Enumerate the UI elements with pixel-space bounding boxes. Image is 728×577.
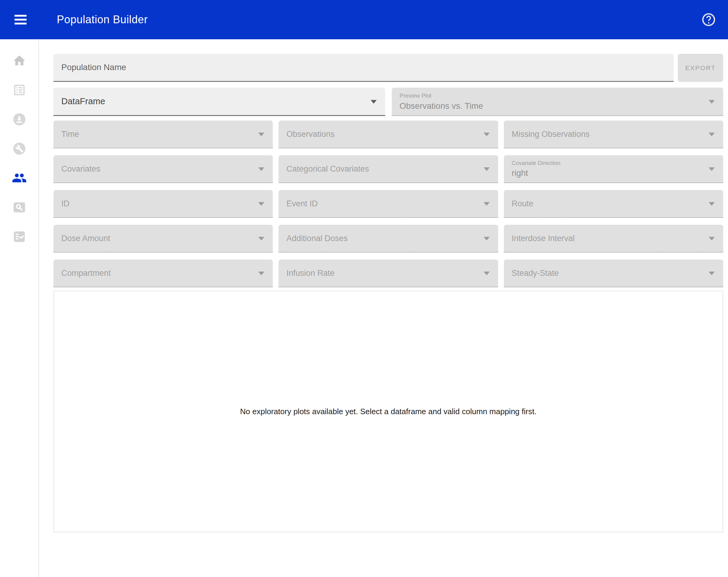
field-label: Steady-State [512, 268, 559, 278]
preview-plot-value: Observations vs. Time [400, 101, 483, 111]
main-content: EXPORT DataFrame Preview Plot Observatio… [39, 39, 728, 577]
sidebar-nav [0, 39, 39, 577]
chevron-down-icon [258, 237, 264, 240]
help-circle-icon [701, 12, 716, 27]
list-alt-icon [12, 83, 26, 97]
empty-plot-message: No exploratory plots available yet. Sele… [240, 407, 537, 416]
additional-doses-select[interactable]: Additional Doses [279, 225, 498, 253]
download-circle-icon [12, 112, 27, 127]
field-label: Categorical Covariates [286, 164, 369, 174]
dataframe-select-label: DataFrame [61, 96, 105, 106]
preview-plot-select[interactable]: Preview Plot Observations vs. Time [392, 87, 724, 116]
menu-icon[interactable] [15, 15, 27, 24]
observations-select[interactable]: Observations [279, 121, 498, 148]
field-label: Covariates [61, 164, 100, 174]
field-label: Dose Amount [61, 234, 110, 243]
chevron-down-icon [709, 271, 715, 275]
field-label: Missing Observations [512, 130, 590, 139]
covariate-direction-select[interactable]: Covariate Direction right [504, 155, 723, 183]
exploratory-plot-panel: No exploratory plots available yet. Sele… [53, 291, 723, 532]
steady-state-select[interactable]: Steady-State [504, 260, 723, 287]
sidebar-item-checklist[interactable] [0, 222, 38, 251]
sidebar-item-list[interactable] [0, 75, 38, 105]
id-select[interactable]: ID [53, 190, 273, 218]
field-label: Interdose Interval [512, 234, 575, 243]
route-select[interactable]: Route [504, 190, 723, 218]
field-label: Observations [286, 130, 334, 139]
covariates-select[interactable]: Covariates [53, 155, 273, 183]
field-label: ID [61, 199, 70, 208]
checklist-icon [12, 229, 27, 244]
column-mapping-grid: Time Observations Missing Observations C… [53, 121, 723, 287]
sidebar-item-population[interactable] [0, 163, 38, 192]
field-label: Compartment [61, 268, 111, 278]
field-label: Time [61, 130, 79, 139]
chevron-down-icon [258, 271, 264, 275]
wrench-circle-icon [12, 141, 27, 156]
field-label: Event ID [286, 199, 318, 208]
app-bar: Population Builder [0, 0, 728, 39]
categorical-covariates-select[interactable]: Categorical Covariates [279, 155, 498, 183]
population-name-input[interactable] [53, 54, 674, 82]
chevron-down-icon [709, 237, 715, 240]
sidebar-item-search[interactable] [0, 192, 38, 222]
home-icon [12, 54, 26, 68]
dose-amount-select[interactable]: Dose Amount [53, 225, 273, 253]
people-icon [12, 171, 27, 185]
sidebar-item-home[interactable] [0, 46, 38, 75]
export-button[interactable]: EXPORT [678, 54, 723, 82]
chevron-down-icon [258, 133, 264, 136]
chevron-down-icon [258, 202, 264, 206]
event-id-select[interactable]: Event ID [279, 190, 498, 218]
field-label: Infusion Rate [286, 268, 334, 278]
page-title: Population Builder [57, 13, 148, 26]
chevron-down-icon [709, 202, 715, 206]
chevron-down-icon [371, 100, 377, 104]
field-label: Route [512, 199, 534, 208]
preview-plot-label: Preview Plot [400, 93, 432, 99]
field-label: Covariate Direction [512, 160, 561, 166]
dataframe-select[interactable]: DataFrame [53, 87, 385, 116]
chevron-down-icon [709, 100, 715, 104]
help-icon[interactable] [700, 11, 717, 28]
chevron-down-icon [258, 167, 264, 171]
search-box-icon [12, 200, 27, 214]
infusion-rate-select[interactable]: Infusion Rate [279, 260, 498, 287]
interdose-interval-select[interactable]: Interdose Interval [504, 225, 723, 253]
chevron-down-icon [484, 202, 490, 206]
field-label: Additional Doses [286, 234, 348, 243]
chevron-down-icon [709, 133, 715, 136]
sidebar-item-download[interactable] [0, 105, 38, 134]
time-select[interactable]: Time [53, 121, 273, 148]
compartment-select[interactable]: Compartment [53, 260, 273, 287]
chevron-down-icon [484, 237, 490, 240]
field-value: right [512, 168, 528, 178]
chevron-down-icon [484, 133, 490, 136]
chevron-down-icon [484, 167, 490, 171]
chevron-down-icon [709, 167, 715, 171]
missing-observations-select[interactable]: Missing Observations [504, 121, 723, 148]
chevron-down-icon [484, 271, 490, 275]
sidebar-item-tools[interactable] [0, 134, 38, 163]
